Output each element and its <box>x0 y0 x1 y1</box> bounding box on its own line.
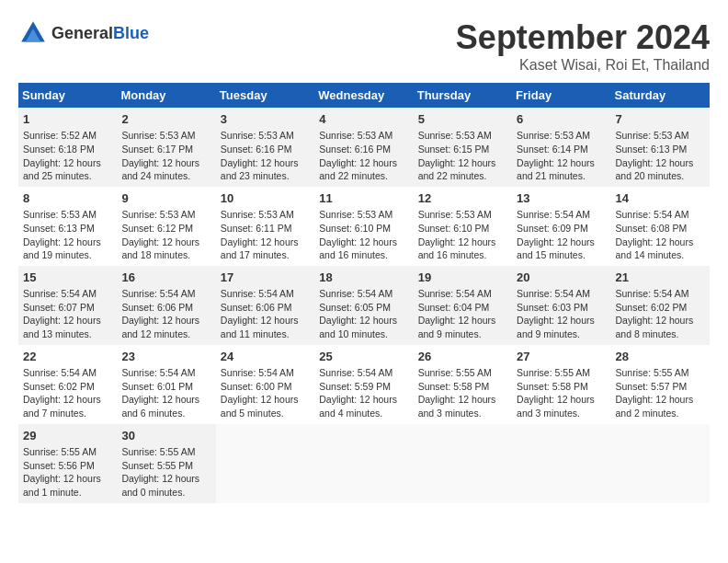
logo-icon <box>18 18 48 48</box>
day-5: 5Sunrise: 5:53 AMSunset: 6:15 PMDaylight… <box>414 108 512 187</box>
day-25: 25Sunrise: 5:54 AMSunset: 5:59 PMDayligh… <box>314 345 413 424</box>
header-saturday: Saturday <box>611 83 710 108</box>
empty-cell <box>611 424 710 503</box>
empty-cell <box>216 424 314 503</box>
day-29: 29Sunrise: 5:55 AMSunset: 5:56 PMDayligh… <box>18 424 117 503</box>
empty-cell <box>512 424 610 503</box>
header-tuesday: Tuesday <box>216 83 314 108</box>
day-18: 18Sunrise: 5:54 AMSunset: 6:05 PMDayligh… <box>314 266 413 345</box>
day-1: 1Sunrise: 5:52 AMSunset: 6:18 PMDaylight… <box>18 108 117 187</box>
title-area: September 2024 Kaset Wisai, Roi Et, Thai… <box>456 18 710 74</box>
day-6: 6Sunrise: 5:53 AMSunset: 6:14 PMDaylight… <box>512 108 610 187</box>
day-16: 16Sunrise: 5:54 AMSunset: 6:06 PMDayligh… <box>117 266 215 345</box>
day-14: 14Sunrise: 5:54 AMSunset: 6:08 PMDayligh… <box>611 187 710 266</box>
page-header: GeneralBlue September 2024 Kaset Wisai, … <box>18 18 710 74</box>
day-17: 17Sunrise: 5:54 AMSunset: 6:06 PMDayligh… <box>216 266 314 345</box>
day-2: 2Sunrise: 5:53 AMSunset: 6:17 PMDaylight… <box>117 108 215 187</box>
day-20: 20Sunrise: 5:54 AMSunset: 6:03 PMDayligh… <box>512 266 610 345</box>
day-23: 23Sunrise: 5:54 AMSunset: 6:01 PMDayligh… <box>117 345 215 424</box>
header-wednesday: Wednesday <box>314 83 413 108</box>
header-sunday: Sunday <box>18 83 117 108</box>
day-8: 8Sunrise: 5:53 AMSunset: 6:13 PMDaylight… <box>18 187 117 266</box>
week-row-5: 29Sunrise: 5:55 AMSunset: 5:56 PMDayligh… <box>18 424 710 503</box>
header-monday: Monday <box>117 83 215 108</box>
day-3: 3Sunrise: 5:53 AMSunset: 6:16 PMDaylight… <box>216 108 314 187</box>
calendar-table: Sunday Monday Tuesday Wednesday Thursday… <box>18 83 710 503</box>
header-friday: Friday <box>512 83 610 108</box>
day-11: 11Sunrise: 5:53 AMSunset: 6:10 PMDayligh… <box>314 187 413 266</box>
day-19: 19Sunrise: 5:54 AMSunset: 6:04 PMDayligh… <box>414 266 512 345</box>
day-9: 9Sunrise: 5:53 AMSunset: 6:12 PMDaylight… <box>117 187 215 266</box>
logo: GeneralBlue <box>18 18 149 48</box>
day-15: 15Sunrise: 5:54 AMSunset: 6:07 PMDayligh… <box>18 266 117 345</box>
empty-cell <box>414 424 512 503</box>
day-21: 21Sunrise: 5:54 AMSunset: 6:02 PMDayligh… <box>611 266 710 345</box>
month-title: September 2024 <box>456 18 710 57</box>
calendar-header-row: Sunday Monday Tuesday Wednesday Thursday… <box>18 83 710 108</box>
day-7: 7Sunrise: 5:53 AMSunset: 6:13 PMDaylight… <box>611 108 710 187</box>
day-13: 13Sunrise: 5:54 AMSunset: 6:09 PMDayligh… <box>512 187 610 266</box>
week-row-1: 1Sunrise: 5:52 AMSunset: 6:18 PMDaylight… <box>18 108 710 187</box>
day-24: 24Sunrise: 5:54 AMSunset: 6:00 PMDayligh… <box>216 345 314 424</box>
empty-cell <box>314 424 413 503</box>
logo-text-general: GeneralBlue <box>51 24 149 43</box>
week-row-4: 22Sunrise: 5:54 AMSunset: 6:02 PMDayligh… <box>18 345 710 424</box>
day-26: 26Sunrise: 5:55 AMSunset: 5:58 PMDayligh… <box>414 345 512 424</box>
day-28: 28Sunrise: 5:55 AMSunset: 5:57 PMDayligh… <box>611 345 710 424</box>
day-27: 27Sunrise: 5:55 AMSunset: 5:58 PMDayligh… <box>512 345 610 424</box>
day-30: 30Sunrise: 5:55 AMSunset: 5:55 PMDayligh… <box>117 424 215 503</box>
day-10: 10Sunrise: 5:53 AMSunset: 6:11 PMDayligh… <box>216 187 314 266</box>
location-title: Kaset Wisai, Roi Et, Thailand <box>456 57 710 74</box>
day-4: 4Sunrise: 5:53 AMSunset: 6:16 PMDaylight… <box>314 108 413 187</box>
day-12: 12Sunrise: 5:53 AMSunset: 6:10 PMDayligh… <box>414 187 512 266</box>
day-22: 22Sunrise: 5:54 AMSunset: 6:02 PMDayligh… <box>18 345 117 424</box>
header-thursday: Thursday <box>414 83 512 108</box>
week-row-2: 8Sunrise: 5:53 AMSunset: 6:13 PMDaylight… <box>18 187 710 266</box>
week-row-3: 15Sunrise: 5:54 AMSunset: 6:07 PMDayligh… <box>18 266 710 345</box>
